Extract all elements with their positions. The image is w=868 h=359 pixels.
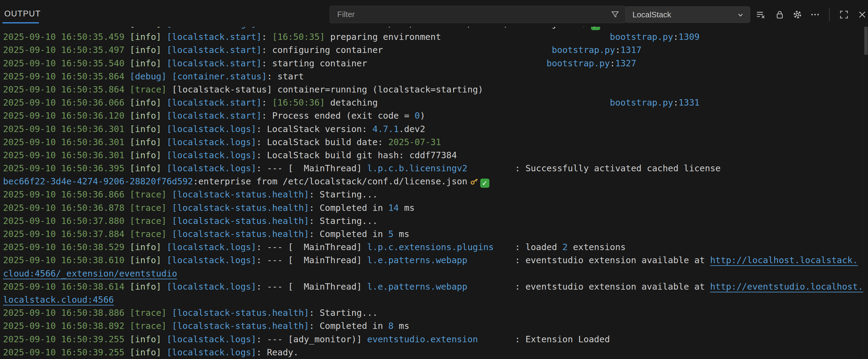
log-text: 2025-09-10 16:50:35.864: [3, 71, 130, 81]
log-text: 2025-09-10 16:50:36.066: [3, 97, 130, 108]
log-text: :: [673, 32, 678, 42]
log-line: 2025-09-10 16:50:38.886 [trace] [localst…: [3, 306, 868, 320]
log-link[interactable]: http://localhost.localstack.: [710, 255, 858, 265]
log-text: 2025-09-10 16:50:35.443: [3, 27, 130, 29]
log-text: [trace]: [130, 84, 172, 95]
log-line: cloud:4566/_extension/eventstudio: [3, 267, 868, 280]
log-line: 2025-09-10 16:50:36.066 [info] [localsta…: [3, 96, 868, 109]
log-text: .dev2: [399, 124, 425, 134]
log-text: :: [673, 97, 678, 108]
log-text: 2025-09-10 16:50:36.878: [3, 203, 130, 213]
log-text: : eventstudio extension available at: [515, 282, 710, 292]
log-padding: [383, 45, 552, 55]
log-line: 2025-09-10 16:50:36.878 [trace] [localst…: [3, 201, 868, 215]
log-text: [trace]: [130, 307, 172, 318]
log-text: [info]: [130, 282, 166, 292]
log-text: l.p.c.b.licensingv2: [367, 163, 467, 173]
log-line: localstack.cloud:4566: [3, 293, 868, 306]
log-line: 2025-09-10 16:50:36.301 [info] [localsta…: [3, 149, 868, 162]
tab-output[interactable]: OUTPUT: [4, 9, 41, 19]
log-text: ms: [399, 203, 414, 213]
log-link[interactable]: http://eventstudio.localhost.: [710, 282, 863, 292]
maximize-panel-icon[interactable]: [839, 9, 849, 20]
scrollbar-thumb[interactable]: [864, 27, 868, 55]
log-text: 2025-09-10 16:50:35.497: [3, 45, 130, 55]
log-text: [localstack-status.health]: [172, 216, 309, 226]
log-line: 2025-09-10 16:50:35.540 [info] [localsta…: [3, 57, 868, 70]
log-line: 2025-09-10 16:50:36.301 [info] [localsta…: [3, 123, 868, 136]
more-actions-icon[interactable]: [810, 9, 820, 20]
output-channel-value: LocalStack: [632, 10, 671, 20]
log-line: 2025-09-10 16:50:36.866 [trace] [localst…: [3, 188, 868, 201]
key-icon: [580, 27, 590, 29]
filter-icon: [610, 10, 620, 21]
log-text: [localstack.start]: [166, 58, 261, 68]
output-panel-toolbar: OUTPUT LocalStack: [0, 0, 868, 27]
log-text: preparing environment: [325, 32, 441, 42]
log-text: :: [615, 45, 620, 55]
log-output-area: 2025-09-10 16:50:35.443 [info] [localsta…: [0, 27, 868, 359]
log-padding: [367, 58, 546, 68]
gear-icon[interactable]: [792, 9, 803, 20]
file-link[interactable]: bootstrap.py: [552, 45, 615, 55]
log-text: : Successfully activated cached license: [515, 163, 721, 173]
file-link[interactable]: 1327: [615, 58, 636, 68]
log-line: 2025-09-10 16:50:36.395 [info] [localsta…: [3, 162, 868, 175]
lock-icon[interactable]: [775, 9, 785, 20]
log-text: [localstack.logs]: [166, 137, 256, 147]
log-text: [info]: [130, 27, 166, 29]
log-padding: [467, 255, 515, 265]
log-text: 8: [389, 321, 394, 331]
filter-input[interactable]: [337, 7, 606, 22]
output-channel-select[interactable]: LocalStack: [625, 6, 750, 23]
log-text: [trace]: [130, 321, 172, 331]
file-link[interactable]: bootstrap.py: [610, 32, 673, 42]
log-text: 2025-09-10 16:50:38.529: [3, 242, 130, 252]
log-line: 2025-09-10 16:50:38.614 [info] [localsta…: [3, 280, 868, 293]
log-text: 2025-09-10 16:50:36.301: [3, 150, 130, 160]
file-link[interactable]: 1317: [621, 45, 642, 55]
log-text: [info]: [130, 163, 166, 173]
log-text: [info]: [130, 124, 166, 134]
file-link[interactable]: 1309: [678, 32, 700, 42]
log-padding: [467, 282, 515, 292]
log-text: [localstack.logs]: [166, 282, 256, 292]
log-text: [localstack.logs]: [166, 255, 256, 265]
log-text: :: [610, 58, 615, 68]
log-text: : --- [ady_monitor)]: [256, 334, 367, 345]
log-link[interactable]: cloud:4566/_extension/eventstudio: [3, 268, 177, 279]
log-text: : Starting...: [309, 216, 378, 226]
log-text: [16:50:35]: [272, 32, 325, 42]
log-text: [info]: [130, 242, 166, 252]
log-text: [localstack-status.health]: [172, 189, 309, 200]
check-mark-icon: ✓: [591, 27, 600, 30]
log-text: : LocalStack build git hash: cddf77384: [256, 150, 457, 160]
log-text: extensions: [568, 242, 626, 252]
log-text: 0: [414, 110, 420, 121]
log-padding: [494, 242, 515, 252]
log-text: 2025-09-10 16:50:35.864: [3, 84, 130, 95]
log-link[interactable]: localstack.cloud:4566: [3, 294, 114, 305]
log-line: 2025-09-10 16:50:39.255 [info] [localsta…: [3, 346, 868, 359]
log-text: ms: [394, 229, 409, 239]
file-link[interactable]: 1331: [678, 97, 700, 108]
clear-output-icon[interactable]: [755, 9, 766, 20]
log-text: [trace]: [130, 189, 172, 200]
log-text: [localstack.logs]: [166, 124, 256, 134]
log-text: 2025-09-10 16:50:36.866: [3, 189, 130, 200]
log-text: : --- [ MainThread]: [256, 163, 367, 173]
log-text: 14: [389, 203, 399, 213]
file-link[interactable]: bootstrap.py: [547, 58, 610, 68]
file-link[interactable]: bootstrap.py: [610, 97, 673, 108]
log-text: 2025-09-10 16:50:36.301: [3, 124, 130, 134]
log-text: [localstack.logs]: [166, 27, 256, 29]
log-text: eventstudio.extension: [367, 334, 478, 345]
log-text: [info]: [130, 58, 166, 68]
log-text: 2025-09-10 16:50:36.301: [3, 137, 130, 147]
log-text: : Completed in: [309, 203, 389, 213]
close-panel-icon[interactable]: [857, 9, 867, 20]
log-text: [localstack-status.health]: [172, 321, 309, 331]
log-text: 2025-09-10 16:50:35.459: [3, 32, 130, 42]
log-line: 2025-09-10 16:50:35.459 [info] [localsta…: [3, 30, 868, 43]
log-line: 2025-09-10 16:50:35.864 [trace] [localst…: [3, 83, 868, 96]
